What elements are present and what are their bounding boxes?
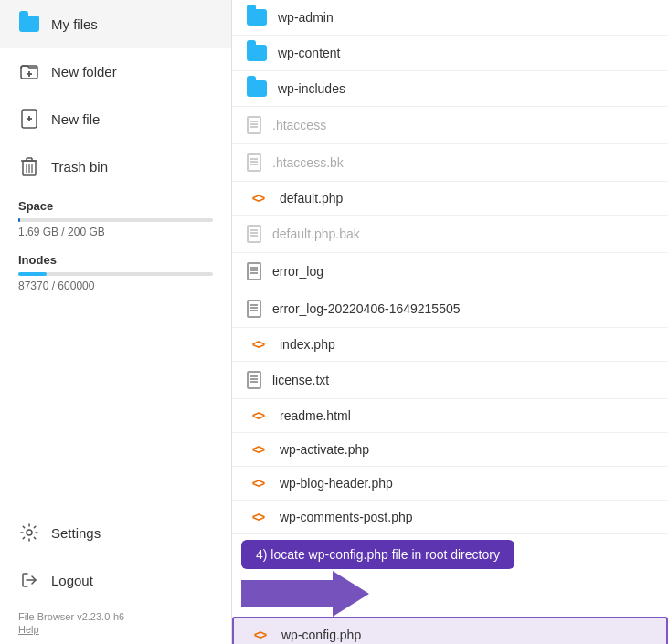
list-item[interactable]: .htaccess.bk <box>232 144 668 182</box>
code-icon: <> <box>247 476 269 491</box>
folder-icon <box>247 80 267 97</box>
arrow-icon <box>241 571 369 617</box>
inodes-label: Inodes <box>18 253 213 267</box>
list-item[interactable]: error_log-20220406-1649215505 <box>232 290 668 328</box>
file-name: default.php.bak <box>272 227 360 241</box>
file-name: default.php <box>280 191 343 206</box>
code-icon: <> <box>249 628 270 642</box>
tooltip-banner: 4) locate wp-config.php file in root dir… <box>241 540 514 569</box>
list-item[interactable]: error_log <box>232 253 668 290</box>
space-used-text: 1.69 GB / 200 GB <box>18 226 213 238</box>
sidebar-newfile-label: New file <box>51 111 100 127</box>
code-icon: <> <box>247 408 269 423</box>
text-file-icon <box>247 153 261 172</box>
code-icon: <> <box>247 337 269 352</box>
sidebar-item-logout[interactable]: Logout <box>0 556 231 604</box>
list-item[interactable]: wp-includes <box>232 71 668 107</box>
sidebar-item-newfile[interactable]: New file <box>0 95 231 143</box>
list-item[interactable]: .htaccess <box>232 107 668 144</box>
file-name: index.php <box>280 337 335 352</box>
inodes-progress-fill <box>18 272 47 276</box>
file-name: .htaccess.bk <box>272 155 344 170</box>
code-icon: <> <box>247 442 269 457</box>
sidebar-myfiles-label: My files <box>51 16 98 32</box>
sidebar-item-newfolder[interactable]: New folder <box>0 48 231 95</box>
sidebar-item-settings[interactable]: Settings <box>0 509 231 556</box>
folder-icon <box>247 45 267 61</box>
file-list: wp-admin wp-content wp-includes .htacces… <box>232 0 668 644</box>
folder-icon <box>247 9 267 26</box>
file-name: wp-admin <box>278 10 334 25</box>
space-progress-bg <box>18 218 213 222</box>
version-text: File Browser v2.23.0-h6 <box>0 604 231 624</box>
list-item[interactable]: <>wp-activate.php <box>232 433 668 467</box>
list-item[interactable]: <>readme.html <box>232 399 668 433</box>
list-item[interactable]: <>index.php <box>232 328 668 362</box>
list-item[interactable]: wp-admin <box>232 0 668 36</box>
logout-label: Logout <box>51 573 93 588</box>
list-item[interactable]: <>wp-comments-post.php <box>232 501 668 534</box>
main-content: wp-admin wp-content wp-includes .htacces… <box>232 0 668 644</box>
file-name: license.txt <box>272 373 329 387</box>
inodes-section: Inodes 87370 / 600000 <box>0 244 231 298</box>
text-file-icon <box>247 371 261 389</box>
list-item[interactable]: <>wp-config.php <box>232 617 668 644</box>
file-name: wp-comments-post.php <box>280 510 413 524</box>
text-file-icon <box>247 225 261 243</box>
text-file-icon <box>247 116 261 134</box>
file-name: error_log-20220406-1649215505 <box>272 301 461 316</box>
file-name: wp-blog-header.php <box>280 476 393 491</box>
text-file-icon <box>247 300 261 318</box>
space-section: Space 1.69 GB / 200 GB <box>0 190 231 244</box>
trash-icon <box>18 155 40 177</box>
space-label: Space <box>18 199 213 213</box>
file-name: .htaccess <box>272 118 326 132</box>
list-item[interactable]: <>default.php <box>232 182 668 216</box>
text-file-icon <box>247 262 261 280</box>
settings-icon <box>18 522 40 544</box>
sidebar-item-trashbin[interactable]: Trash bin <box>0 143 231 190</box>
new-folder-icon <box>18 60 40 82</box>
sidebar: My files New folder New file <box>0 0 232 644</box>
settings-label: Settings <box>51 525 101 541</box>
file-name: error_log <box>272 264 323 279</box>
list-item[interactable]: wp-content <box>232 36 668 71</box>
sidebar-trashbin-label: Trash bin <box>51 159 108 174</box>
svg-marker-16 <box>241 571 369 617</box>
code-icon: <> <box>247 191 269 206</box>
folder-icon <box>18 13 40 35</box>
list-item[interactable]: <>wp-blog-header.php <box>232 467 668 501</box>
logout-icon <box>18 569 40 591</box>
sidebar-item-myfiles[interactable]: My files <box>0 0 231 48</box>
code-icon: <> <box>247 510 269 524</box>
help-text[interactable]: Help <box>0 624 231 644</box>
inodes-used-text: 87370 / 600000 <box>18 280 213 292</box>
file-name: wp-activate.php <box>280 442 369 457</box>
file-name: wp-config.php <box>281 628 361 642</box>
list-item[interactable]: license.txt <box>232 362 668 399</box>
new-file-icon <box>18 108 40 130</box>
inodes-progress-bg <box>18 272 213 276</box>
sidebar-newfolder-label: New folder <box>51 64 117 79</box>
sidebar-bottom: Settings Logout File Browser v2.23.0-h6 … <box>0 509 231 644</box>
file-name: readme.html <box>280 408 351 423</box>
file-name: wp-includes <box>278 81 345 96</box>
list-item[interactable]: default.php.bak <box>232 216 668 253</box>
svg-point-14 <box>27 530 32 535</box>
file-name: wp-content <box>278 46 340 60</box>
space-progress-fill <box>18 218 20 222</box>
